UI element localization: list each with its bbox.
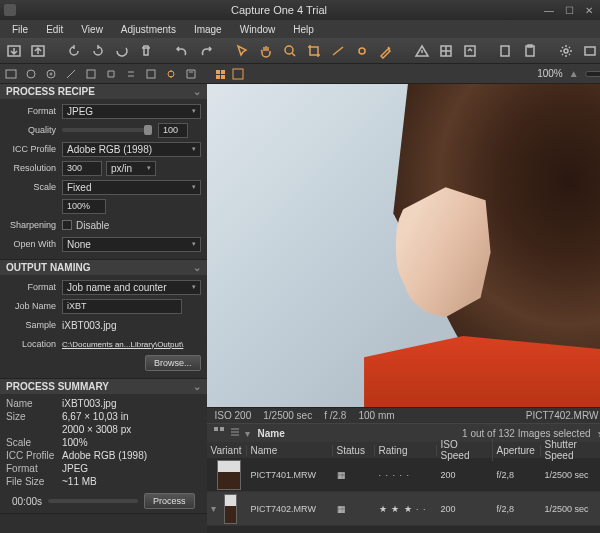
col-variant[interactable]: Variant [207, 445, 247, 456]
rotate-right-icon[interactable] [90, 42, 106, 60]
zoom-person-icon[interactable]: ▲ [569, 68, 579, 79]
expand-icon[interactable]: ▾ [211, 503, 216, 514]
quality-input[interactable]: 100 [158, 123, 188, 138]
resolution-input[interactable]: 300 [62, 161, 102, 176]
quality-slider[interactable] [62, 128, 152, 132]
paste-adj-icon[interactable] [522, 42, 538, 60]
sort-dropdown[interactable]: ▾ [245, 428, 250, 439]
scale-pct-input[interactable]: 100% [62, 199, 106, 214]
sum-icc-label: ICC Profile [6, 450, 62, 461]
collapse-icon[interactable]: ⌄ [193, 86, 201, 97]
row-name: PICT7402.MRW [247, 504, 333, 514]
svg-point-13 [47, 70, 55, 78]
icc-select[interactable]: Adobe RGB (1998)▾ [62, 142, 201, 157]
table-row[interactable]: ▾ PICT7402.MRW ▦ ★ ★ ★ · · 200 f/2,8 1/2… [207, 492, 600, 526]
sharpen-checkbox[interactable]: Disable [62, 220, 201, 231]
row-rating[interactable]: ★ ★ ★ · · [375, 504, 437, 514]
rotate-left-icon[interactable] [66, 42, 82, 60]
meta-tab-icon[interactable] [144, 67, 158, 81]
col-rating[interactable]: Rating [375, 445, 437, 456]
col-aperture[interactable]: Aperture [493, 445, 541, 456]
menu-adjustments[interactable]: Adjustments [113, 22, 184, 37]
process-time: 00:00s [12, 496, 42, 507]
collapse-icon[interactable]: ⌄ [193, 262, 201, 273]
warning-icon[interactable] [414, 42, 430, 60]
cursor-icon[interactable] [234, 42, 250, 60]
col-status[interactable]: Status [333, 445, 375, 456]
menu-edit[interactable]: Edit [38, 22, 71, 37]
openwith-label: Open With [6, 239, 62, 249]
process-recipe-panel: PROCESS RECIPE⌄ FormatJPEG▾ Quality100 I… [0, 84, 207, 260]
reset-icon[interactable] [114, 42, 130, 60]
menu-image[interactable]: Image [186, 22, 230, 37]
naming-format-select[interactable]: Job name and counter▾ [62, 280, 201, 295]
col-shutter[interactable]: Shutter Speed [541, 439, 600, 461]
row-rating[interactable]: · · · · · [375, 470, 437, 480]
menu-window[interactable]: Window [232, 22, 284, 37]
svg-point-9 [564, 49, 568, 53]
resolution-unit-select[interactable]: px/in▾ [106, 161, 156, 176]
openwith-select[interactable]: None▾ [62, 237, 201, 252]
view-single-icon[interactable] [213, 67, 227, 81]
redo-icon[interactable] [198, 42, 214, 60]
scale-label: Scale [6, 182, 62, 192]
maximize-button[interactable]: ☐ [562, 4, 576, 16]
svg-rect-23 [214, 427, 218, 431]
close-button[interactable]: ✕ [582, 4, 596, 16]
collapse-icon[interactable]: ⌄ [193, 381, 201, 392]
browser-list-icon[interactable] [229, 426, 241, 440]
color-tab-icon[interactable] [44, 67, 58, 81]
export-icon[interactable] [462, 42, 478, 60]
browse-button[interactable]: Browse... [145, 355, 201, 371]
process-button[interactable]: Process [144, 493, 195, 509]
svg-rect-11 [6, 70, 16, 78]
view-multi-icon[interactable] [231, 67, 245, 81]
details-tab-icon[interactable] [104, 67, 118, 81]
output-tab-icon[interactable] [164, 67, 178, 81]
image-info-bar: ISO 200 1/2500 sec f /2.8 100 mm PICT740… [207, 407, 600, 423]
minimize-button[interactable]: — [542, 4, 556, 16]
hand-icon[interactable] [258, 42, 274, 60]
col-name[interactable]: Name [247, 445, 333, 456]
output-icon[interactable] [30, 42, 46, 60]
svg-rect-10 [585, 47, 595, 55]
exposure-tab-icon[interactable] [64, 67, 78, 81]
crop-icon[interactable] [306, 42, 322, 60]
copy-adj-icon[interactable] [498, 42, 514, 60]
adjust-tab-icon[interactable] [124, 67, 138, 81]
image-viewer[interactable] [207, 84, 600, 407]
picker-icon[interactable] [378, 42, 394, 60]
jobname-input[interactable]: iXBT [62, 299, 182, 314]
library-tab-icon[interactable] [4, 67, 18, 81]
menu-help[interactable]: Help [285, 22, 322, 37]
grid-icon[interactable] [438, 42, 454, 60]
table-row[interactable]: PICT7401.MRW ▦ · · · · · 200 f/2,8 1/250… [207, 458, 600, 492]
table-header: Variant Name Status Rating ISO Speed Ape… [207, 442, 600, 458]
output-naming-panel: OUTPUT NAMING⌄ FormatJob name and counte… [0, 260, 207, 379]
app-icon [4, 4, 16, 16]
svg-rect-24 [220, 427, 224, 431]
import-icon[interactable] [6, 42, 22, 60]
slideshow-icon[interactable] [582, 42, 598, 60]
straighten-icon[interactable] [330, 42, 346, 60]
batch-tab-icon[interactable] [184, 67, 198, 81]
menu-view[interactable]: View [73, 22, 111, 37]
svg-point-14 [50, 73, 52, 75]
filter-stars[interactable]: ★★★ · · [597, 428, 600, 439]
zoom-slider[interactable] [585, 71, 600, 77]
undo-icon[interactable] [174, 42, 190, 60]
focus-tab-icon[interactable] [84, 67, 98, 81]
row-aperture: f/2,8 [493, 504, 541, 514]
scale-select[interactable]: Fixed▾ [62, 180, 201, 195]
viewer: 100% ▲ ▲ ISO 200 1/2500 sec f /2.8 100 m… [207, 64, 600, 533]
info-iso: ISO 200 [215, 410, 252, 421]
format-select[interactable]: JPEG▾ [62, 104, 201, 119]
browser-view-icon[interactable] [213, 426, 225, 440]
capture-tab-icon[interactable] [24, 67, 38, 81]
trash-icon[interactable] [138, 42, 154, 60]
spot-icon[interactable] [354, 42, 370, 60]
zoom-icon[interactable] [282, 42, 298, 60]
col-iso[interactable]: ISO Speed [437, 439, 493, 461]
menu-file[interactable]: File [4, 22, 36, 37]
settings-icon[interactable] [558, 42, 574, 60]
